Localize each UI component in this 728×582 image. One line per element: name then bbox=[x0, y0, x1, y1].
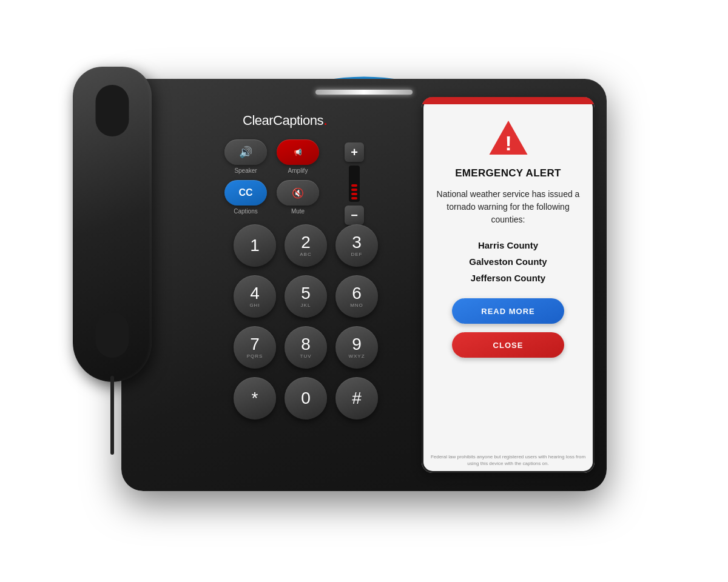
key-*[interactable]: * bbox=[234, 377, 276, 420]
volume-down-button[interactable]: − bbox=[345, 206, 364, 225]
alert-body: National weather service has issued a to… bbox=[433, 188, 584, 226]
mute-icon: 🔇 bbox=[292, 187, 304, 199]
control-row-1: 🔊 Speaker 📢 Amplify bbox=[224, 139, 406, 174]
vol-led-4 bbox=[351, 197, 357, 199]
key-5[interactable]: 5JKL bbox=[285, 275, 327, 318]
phone-body: ClearCaptions. 🔊 Speaker 📢 Amplify bbox=[121, 79, 607, 491]
mute-label: Mute bbox=[291, 208, 305, 215]
volume-up-button[interactable]: + bbox=[345, 142, 364, 162]
key-#[interactable]: # bbox=[335, 377, 378, 420]
keypad: 12ABC3DEF4GHI5JKL6MNO7PQRS8TUV9WXYZ*0# bbox=[234, 224, 378, 420]
amplify-label: Amplify bbox=[288, 167, 308, 174]
mute-button[interactable]: 🔇 Mute bbox=[277, 180, 319, 215]
handset-body bbox=[73, 67, 152, 382]
key-3[interactable]: 3DEF bbox=[335, 224, 378, 267]
handset-cord bbox=[110, 376, 114, 455]
brand-name: ClearCaptions. bbox=[243, 110, 328, 129]
captions-button[interactable]: CC Captions bbox=[224, 180, 267, 215]
screen-content: ! EMERGENCY ALERT National weather servi… bbox=[422, 104, 595, 449]
key-2[interactable]: 2ABC bbox=[285, 224, 327, 267]
svg-text:!: ! bbox=[505, 132, 511, 155]
read-more-button[interactable]: READ MORE bbox=[452, 298, 564, 324]
key-6[interactable]: 6MNO bbox=[335, 275, 378, 318]
control-row-2: CC Captions 🔇 Mute bbox=[224, 180, 406, 215]
volume-area: + − bbox=[345, 142, 364, 225]
key-8[interactable]: 8TUV bbox=[285, 326, 327, 369]
vol-led-1 bbox=[351, 184, 357, 187]
county-1: Harris County bbox=[469, 237, 547, 253]
key-7[interactable]: 7PQRS bbox=[234, 326, 276, 369]
screen: ! EMERGENCY ALERT National weather servi… bbox=[422, 97, 595, 473]
key-1[interactable]: 1 bbox=[234, 224, 276, 267]
alert-triangle-icon: ! bbox=[487, 116, 530, 159]
led-strip bbox=[315, 90, 413, 95]
screen-red-bar bbox=[422, 97, 595, 104]
key-4[interactable]: 4GHI bbox=[234, 275, 276, 318]
handset-earpiece bbox=[96, 85, 129, 136]
volume-leds bbox=[351, 184, 357, 199]
key-9[interactable]: 9WXYZ bbox=[335, 326, 378, 369]
county-3: Jefferson County bbox=[469, 270, 547, 286]
speaker-label: Speaker bbox=[234, 167, 257, 174]
amplify-button[interactable]: 📢 Amplify bbox=[277, 139, 319, 174]
close-button[interactable]: CLOSE bbox=[452, 332, 564, 358]
vol-led-3 bbox=[351, 193, 357, 195]
vol-led-2 bbox=[351, 189, 357, 191]
volume-slider[interactable] bbox=[349, 166, 360, 202]
controls-area: 🔊 Speaker 📢 Amplify CC Captions bbox=[224, 139, 406, 215]
scene: ClearCaptions. 🔊 Speaker 📢 Amplify bbox=[91, 30, 637, 552]
key-0[interactable]: 0 bbox=[285, 377, 327, 420]
amplify-icon: 📢 bbox=[294, 149, 302, 156]
handset-mouthpiece bbox=[96, 312, 129, 358]
captions-icon: CC bbox=[238, 187, 252, 198]
screen-footer: Federal law prohibits anyone but registe… bbox=[422, 449, 595, 473]
speaker-icon: 🔊 bbox=[239, 146, 252, 159]
counties-list: Harris County Galveston County Jefferson… bbox=[469, 237, 547, 286]
county-2: Galveston County bbox=[469, 253, 547, 270]
alert-title: EMERGENCY ALERT bbox=[455, 167, 561, 179]
captions-label: Captions bbox=[234, 208, 257, 215]
speaker-button[interactable]: 🔊 Speaker bbox=[224, 139, 267, 174]
handset bbox=[73, 67, 152, 382]
